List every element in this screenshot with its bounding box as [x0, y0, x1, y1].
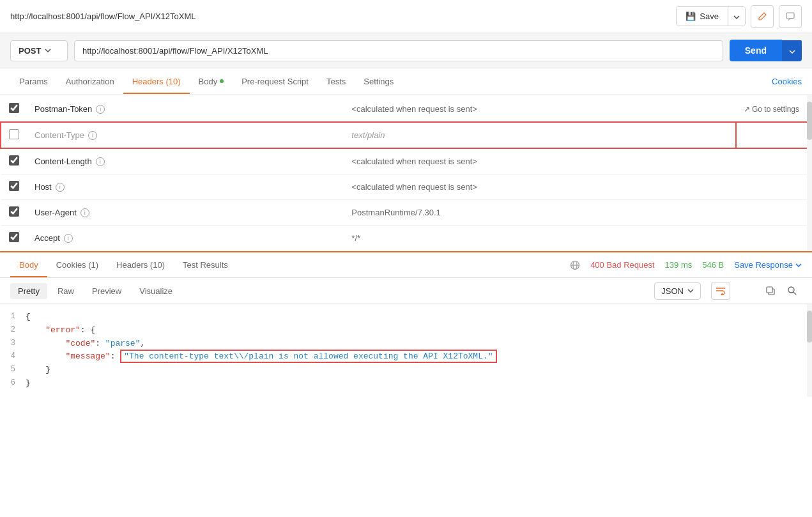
row4-info-icon[interactable]: i	[56, 183, 65, 192]
code-scrollbar-thumb	[807, 311, 812, 343]
headers-section: Postman-Token i <calculated when request…	[0, 95, 812, 251]
top-bar: http://localhost:8001/api/flow/Flow_API/…	[0, 0, 812, 33]
row2-checkbox[interactable]	[9, 129, 19, 139]
response-time: 139 ms	[665, 260, 693, 270]
send-button[interactable]: Send	[730, 40, 782, 61]
row4-key: Host i	[34, 182, 336, 192]
table-row: Postman-Token i <calculated when request…	[1, 95, 812, 122]
svg-line-7	[793, 292, 796, 295]
row1-info-icon[interactable]: i	[96, 105, 105, 114]
response-section: Body Cookies (1) Headers (10) Test Resul…	[0, 251, 812, 397]
save-icon: 💾	[686, 12, 696, 21]
code-line-3: 3 "code": "parse",	[0, 337, 812, 351]
table-row: Content-Length i <calculated when reques…	[1, 148, 812, 174]
table-row: Host i <calculated when request is sent>	[1, 174, 812, 200]
tab-tests[interactable]: Tests	[318, 70, 355, 94]
row1-key: Postman-Token i	[34, 104, 336, 114]
response-tab-body[interactable]: Body	[10, 254, 47, 277]
code-line-5: 5 }	[0, 364, 812, 377]
row6-checkbox[interactable]	[9, 232, 19, 242]
table-row: Content-Type i text/plain	[1, 122, 812, 148]
row3-checkbox[interactable]	[9, 155, 19, 166]
row6-key: Accept i	[34, 233, 336, 243]
url-input[interactable]	[74, 40, 723, 61]
row4-value: <calculated when request is sent>	[351, 182, 477, 192]
row5-value: PostmanRuntime/7.30.1	[351, 208, 440, 217]
format-tabs-bar: Pretty Raw Preview Visualize JSON	[0, 278, 812, 304]
search-button[interactable]	[783, 282, 802, 300]
response-meta: 400 Bad Request 139 ms 546 B Save Respon…	[570, 260, 802, 270]
tabs-bar: Params Authorization Headers (10) Body P…	[0, 68, 812, 95]
save-response-button[interactable]: Save Response	[734, 260, 802, 270]
row6-value: */*	[351, 233, 360, 243]
save-btn-group: 💾 Save	[676, 6, 746, 26]
tab-params[interactable]: Params	[10, 70, 57, 94]
top-bar-url: http://localhost:8001/api/flow/Flow_API/…	[10, 12, 196, 21]
table-row: User-Agent i PostmanRuntime/7.30.1	[1, 200, 812, 226]
save-chevron-button[interactable]	[728, 7, 745, 26]
row5-info-icon[interactable]: i	[80, 208, 89, 217]
table-row: Accept i */*	[1, 226, 812, 251]
format-tab-visualize[interactable]: Visualize	[132, 283, 180, 299]
cookies-link[interactable]: Cookies	[772, 70, 802, 93]
top-bar-actions: 💾 Save	[676, 5, 802, 28]
row2-info-icon[interactable]: i	[88, 131, 97, 140]
headers-table: Postman-Token i <calculated when request…	[0, 95, 812, 251]
tab-body[interactable]: Body	[190, 70, 233, 94]
response-tab-cookies[interactable]: Cookies (1)	[47, 254, 107, 277]
body-dot	[220, 79, 224, 83]
format-tab-raw[interactable]: Raw	[50, 283, 82, 299]
response-tab-headers[interactable]: Headers (10)	[107, 254, 174, 277]
row6-info-icon[interactable]: i	[64, 234, 73, 243]
row5-checkbox[interactable]	[9, 206, 19, 217]
row3-key: Content-Length i	[34, 157, 336, 166]
code-line-1: 1 {	[0, 311, 812, 324]
row2-value: text/plain	[351, 130, 385, 140]
comment-button[interactable]	[779, 5, 802, 28]
svg-point-6	[788, 287, 794, 293]
response-status: 400 Bad Request	[590, 260, 654, 270]
row1-value: <calculated when request is sent>	[351, 104, 477, 114]
scrollbar-track[interactable]	[807, 95, 812, 251]
send-btn-group: Send	[730, 40, 802, 61]
response-size: 546 B	[702, 260, 724, 270]
row2-key: Content-Type i	[34, 130, 336, 140]
tab-settings[interactable]: Settings	[355, 70, 402, 94]
row1-checkbox[interactable]	[9, 103, 19, 113]
json-format-selector[interactable]: JSON	[654, 282, 701, 300]
save-button[interactable]: 💾 Save	[677, 7, 728, 26]
row5-key: User-Agent i	[34, 208, 336, 217]
format-tab-pretty[interactable]: Pretty	[10, 283, 47, 299]
svg-rect-0	[786, 13, 794, 19]
request-bar: POST Send	[0, 33, 812, 68]
code-scrollbar-track[interactable]	[807, 304, 812, 397]
row3-info-icon[interactable]: i	[96, 157, 105, 166]
svg-rect-5	[767, 287, 772, 293]
code-area: 1 { 2 "error": { 3 "code": "parse", 4 "m…	[0, 304, 812, 397]
tab-headers[interactable]: Headers (10)	[123, 70, 190, 94]
edit-button[interactable]	[751, 5, 774, 28]
code-line-6: 6 }	[0, 377, 812, 390]
globe-icon	[570, 260, 580, 270]
method-select[interactable]: POST	[10, 40, 68, 61]
save-label: Save	[700, 12, 719, 21]
tab-authorization[interactable]: Authorization	[57, 70, 123, 94]
tab-pre-request[interactable]: Pre-request Script	[233, 70, 318, 94]
copy-button[interactable]	[761, 282, 780, 300]
response-tabs-bar: Body Cookies (1) Headers (10) Test Resul…	[0, 251, 812, 278]
goto-settings-link[interactable]: ↗ Go to settings	[744, 105, 799, 114]
format-tab-preview[interactable]: Preview	[84, 283, 129, 299]
code-line-4: 4 "message": "The content-type text\\/pl…	[0, 350, 812, 364]
wrap-button[interactable]	[711, 282, 730, 300]
code-line-2: 2 "error": {	[0, 324, 812, 337]
method-label: POST	[19, 46, 41, 56]
scrollbar-thumb	[807, 102, 812, 140]
response-tab-test-results[interactable]: Test Results	[174, 254, 237, 277]
send-chevron-button[interactable]	[782, 40, 802, 61]
row4-checkbox[interactable]	[9, 181, 19, 191]
row3-value: <calculated when request is sent>	[351, 157, 477, 166]
